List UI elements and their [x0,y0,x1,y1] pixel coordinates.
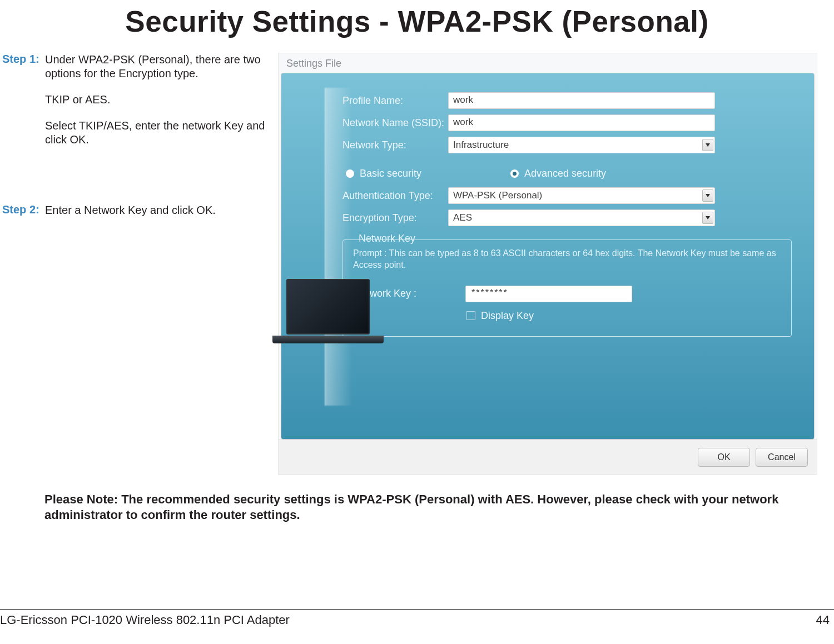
dialog-tab-label: Settings File [279,53,817,73]
step1-line3: Select TKIP/AES, enter the network Key a… [45,119,278,147]
network-key-hint: Prompt : This can be typed as 8 to 63 AS… [353,248,781,271]
auth-type-value: WPA-PSK (Personal) [453,190,542,201]
ssid-label: Network Name (SSID): [298,117,448,129]
basic-security-label: Basic security [360,168,421,179]
display-key-checkbox[interactable]: Display Key [353,310,781,322]
step2-body: Enter a Network Key and click OK. [45,203,216,229]
ssid-input[interactable]: work [448,114,715,131]
advanced-security-radio[interactable]: Advanced security [510,168,606,179]
auth-type-select[interactable]: WPA-PSK (Personal) [448,187,715,204]
step1-line1: Under WPA2-PSK (Personal), there are two… [45,53,278,81]
step2-line1: Enter a Network Key and click OK. [45,203,216,217]
encryption-type-label: Encryption Type: [298,212,448,224]
dropdown-arrow-icon [702,189,713,202]
instructions-column: Step 1: Under WPA2-PSK (Personal), there… [0,53,278,475]
encryption-type-select[interactable]: AES [448,209,715,226]
basic-security-radio[interactable]: Basic security [346,168,421,179]
page-footer: LG-Ericsson PCI-1020 Wireless 802.11n PC… [0,609,834,627]
page-title: Security Settings - WPA2-PSK (Personal) [0,4,834,38]
network-key-group-label: Network Key [355,233,419,244]
ok-button[interactable]: OK [698,448,750,467]
dropdown-arrow-icon [702,212,713,224]
network-type-label: Network Type: [298,139,448,151]
auth-type-label: Authentication Type: [298,190,448,202]
footer-product-name: LG-Ericsson PCI-1020 Wireless 802.11n PC… [0,613,290,627]
step1-line2: TKIP or AES. [45,93,278,107]
step1-body: Under WPA2-PSK (Personal), there are two… [45,53,278,159]
advanced-security-label: Advanced security [524,168,606,179]
step2-label: Step 2: [2,203,45,229]
profile-name-label: Profile Name: [298,95,448,107]
dropdown-arrow-icon [702,139,713,151]
network-key-panel: Network Key Prompt : This can be typed a… [342,239,792,337]
network-type-select[interactable]: Infrastructure [448,137,715,153]
radio-icon [510,169,519,178]
settings-dialog-screenshot: Settings File Profile Name: work Network… [278,53,817,475]
step1-label: Step 1: [2,53,45,159]
laptop-illustration [272,279,384,343]
display-key-label: Display Key [481,310,534,322]
network-key-input[interactable]: ******** [465,286,632,302]
cancel-button[interactable]: Cancel [756,448,808,467]
checkbox-icon [466,311,475,320]
page-number: 44 [816,613,834,627]
profile-name-input[interactable]: work [448,92,715,109]
encryption-type-value: AES [453,212,472,223]
please-note-text: Please Note: The recommended security se… [44,492,823,522]
network-type-value: Infrastructure [453,139,509,151]
